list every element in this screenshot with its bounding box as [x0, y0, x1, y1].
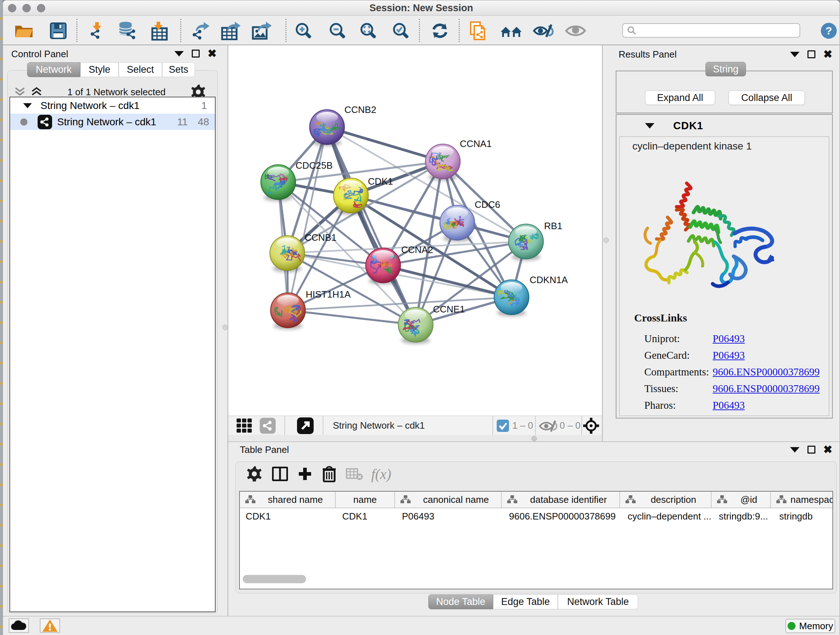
- svg-text:CCNB2: CCNB2: [344, 104, 376, 115]
- svg-text:CDKN1A: CDKN1A: [530, 274, 568, 285]
- svg-text:CCNE1: CCNE1: [433, 304, 465, 315]
- svg-text:CDC6: CDC6: [475, 199, 500, 210]
- svg-text:HIST1H1A: HIST1H1A: [306, 289, 351, 300]
- svg-text:CDK1: CDK1: [368, 176, 393, 187]
- svg-text:CCNA2: CCNA2: [401, 244, 433, 255]
- svg-text:?: ?: [826, 25, 832, 36]
- svg-text:CCNB1: CCNB1: [305, 232, 336, 243]
- svg-text:CDC25B: CDC25B: [295, 160, 333, 171]
- svg-text:RB1: RB1: [544, 220, 562, 231]
- svg-text:CCNA1: CCNA1: [460, 138, 492, 149]
